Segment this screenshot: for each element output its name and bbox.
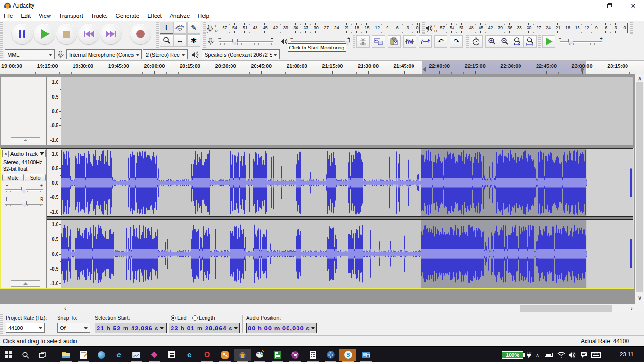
taskbar-clock[interactable]: 23:11	[620, 351, 634, 358]
copy-button[interactable]	[372, 35, 385, 48]
draw-tool-button[interactable]: ✎	[187, 22, 200, 34]
taskbar-app-internet-explorer[interactable]: e	[181, 349, 198, 361]
taskbar-app-key-finder[interactable]	[216, 349, 233, 361]
transcription-grip[interactable]	[538, 35, 541, 48]
silence-button[interactable]	[419, 35, 432, 48]
tray-chevron-up-icon[interactable]: ∧	[536, 352, 539, 358]
zoom-out-button[interactable]	[498, 35, 511, 48]
input-device-select[interactable]: Internal Microphone (Conexa	[66, 49, 142, 59]
cut-button[interactable]	[356, 35, 370, 48]
menu-help[interactable]: Help	[198, 13, 210, 19]
wifi-icon[interactable]	[557, 352, 565, 358]
start-button[interactable]	[0, 349, 17, 361]
power-plug-icon[interactable]	[526, 352, 532, 358]
track-close-button[interactable]: ×	[3, 151, 9, 157]
redo-button[interactable]: ↷	[450, 35, 463, 48]
notifications-icon[interactable]	[580, 352, 587, 358]
scroll-up-icon[interactable]: ∧	[638, 75, 642, 82]
output-device-select[interactable]: Speakers (Conexant 20672 S	[202, 49, 280, 59]
right-channel-vertical-ruler[interactable]: 1.00.50.0-0.5-1.0	[47, 220, 61, 288]
trim-button[interactable]	[403, 35, 416, 48]
scroll-down-icon[interactable]: ∨	[638, 295, 642, 301]
track-menu-icon[interactable]	[40, 152, 44, 155]
audio-track-panel[interactable]: × Audio Track Stereo, 44100Hz 32-bit flo…	[1, 149, 47, 288]
record-volume-slider[interactable]	[219, 41, 273, 42]
taskbar-app-paint-3d[interactable]	[146, 349, 163, 361]
paste-button[interactable]	[388, 35, 401, 48]
zoom-in-button[interactable]	[485, 35, 498, 48]
project-rate-select[interactable]: 44100	[6, 323, 45, 333]
stop-button[interactable]	[56, 24, 77, 44]
taskbar-app-edge[interactable]: e	[110, 349, 127, 361]
taskbar-app-opera[interactable]: O	[198, 349, 215, 361]
minimize-button[interactable]: ─	[577, 0, 599, 11]
input-channels-select[interactable]: 2 (Stereo) Record	[143, 49, 188, 59]
selection-start-value[interactable]: 21 h 52 m 42,086 s	[97, 325, 158, 332]
touch-keyboard-icon[interactable]	[591, 352, 601, 358]
menu-effect[interactable]: Effect	[147, 13, 161, 19]
channel-divider[interactable]	[47, 216, 633, 220]
speed-slider[interactable]	[560, 41, 602, 42]
playback-meter-grip[interactable]	[422, 22, 425, 34]
skip-to-start-button[interactable]	[78, 24, 99, 44]
taskbar-app-paint[interactable]	[251, 349, 268, 361]
volume-icon[interactable]	[568, 352, 576, 358]
record-meter-grip[interactable]	[203, 22, 206, 34]
menu-transport[interactable]: Transport	[59, 13, 83, 19]
playback-volume-slider[interactable]	[291, 41, 350, 42]
length-radio-label[interactable]: Length	[199, 315, 215, 321]
track-area[interactable]: 1.00.50.0-0.5-1.0 × Audio Track Stereo, …	[0, 74, 635, 304]
horizontal-scroll-thumb[interactable]	[520, 305, 612, 312]
taskbar-app-libreoffice-calc[interactable]	[269, 349, 286, 361]
length-radio[interactable]	[192, 315, 198, 321]
scroll-left-icon[interactable]: ‹	[64, 305, 66, 311]
audio-host-select[interactable]: MME	[5, 49, 55, 59]
time-shift-tool-button[interactable]: ↔	[173, 34, 187, 47]
tray-battery-icon[interactable]	[545, 353, 553, 357]
skip-to-end-button[interactable]	[100, 24, 121, 44]
end-radio-label[interactable]: End	[177, 315, 187, 321]
chevron-down-icon[interactable]	[160, 327, 164, 329]
mute-button[interactable]: Mute	[2, 174, 24, 181]
device-grip[interactable]	[0, 49, 3, 59]
restore-button[interactable]	[599, 0, 620, 11]
empty-track-waveform-area[interactable]	[61, 77, 633, 145]
taskbar-app-notepad[interactable]	[75, 349, 92, 361]
zoom-fit-button[interactable]	[523, 35, 537, 48]
taskbar-app-file-explorer[interactable]	[58, 349, 74, 361]
track-name[interactable]: Audio Track	[10, 151, 38, 156]
horizontal-scrollbar[interactable]: ‹ ›	[0, 304, 644, 313]
menu-analyze[interactable]: Analyze	[170, 13, 190, 19]
taskbar-app-sphere-app[interactable]	[93, 349, 110, 361]
battery-saver-indicator[interactable]: 100%	[502, 351, 523, 359]
sync-lock-button[interactable]	[470, 35, 483, 48]
zoom-tool-button[interactable]	[160, 34, 173, 47]
taskbar-app-system-monitor[interactable]	[128, 349, 145, 361]
taskbar-app-audacity[interactable]	[234, 349, 251, 361]
task-view-button[interactable]	[34, 349, 51, 361]
chevron-down-icon[interactable]	[234, 327, 238, 329]
edit2-grip[interactable]	[466, 35, 469, 48]
vertical-scroll-thumb[interactable]	[636, 82, 643, 292]
mixer-grip[interactable]	[203, 35, 206, 48]
track-title-bar[interactable]: × Audio Track	[2, 150, 46, 157]
play-button[interactable]	[34, 24, 55, 44]
taskbar-app-store-app[interactable]	[163, 349, 180, 361]
tools-grip[interactable]	[156, 22, 159, 48]
scroll-right-icon[interactable]: ›	[631, 305, 633, 311]
right-grip[interactable]	[630, 22, 633, 34]
menu-generate[interactable]: Generate	[116, 13, 139, 19]
selection-left-arrow-icon[interactable]	[423, 67, 426, 72]
chevron-down-icon[interactable]	[311, 327, 315, 329]
taskbar-app-media-player[interactable]	[322, 349, 339, 361]
pause-button[interactable]	[12, 24, 33, 44]
empty-track-collapse-button[interactable]	[11, 137, 40, 143]
audio-position-field[interactable]: 00 h 00 m 00,000 s	[246, 323, 317, 333]
playback-meter[interactable]: -57-54-51-48-45-42-39-36-33-30-27-24-21-…	[438, 22, 628, 34]
taskbar-app-media-disc[interactable]	[287, 349, 304, 361]
selection-tool-button[interactable]: I	[160, 22, 173, 34]
audio-track-collapse-button[interactable]	[11, 280, 40, 287]
selbar-grip[interactable]	[0, 314, 3, 334]
snap-to-select[interactable]: Off	[57, 323, 90, 333]
audio-track[interactable]: × Audio Track Stereo, 44100Hz 32-bit flo…	[1, 148, 633, 288]
